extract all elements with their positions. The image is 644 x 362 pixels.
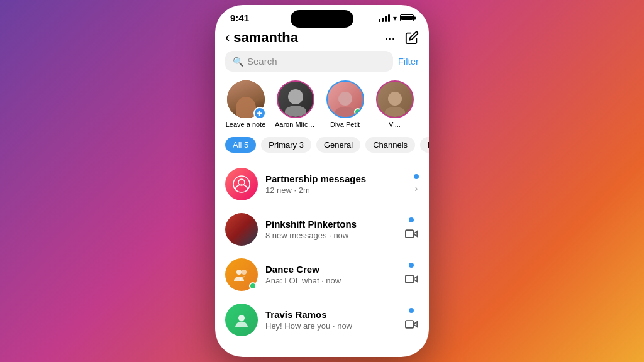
message-item-travis[interactable]: Travis Ramos Hey! How are you · now (215, 297, 429, 343)
unread-dot (414, 174, 419, 179)
partnership-name: Partnership messages (265, 173, 406, 184)
story-item-aaron[interactable]: Aaron Mitchell (275, 80, 316, 128)
dance-online-dot (249, 282, 257, 290)
story-item-self[interactable]: + Leave a note (225, 80, 266, 128)
tab-general[interactable]: General (316, 137, 360, 153)
status-bar: 9:41 ▾ (215, 5, 429, 27)
partnership-right: › (414, 174, 419, 194)
message-list: Partnership messages 12 new · 2m › Pinks… (215, 162, 429, 343)
svg-rect-7 (406, 321, 414, 328)
header-icons: ··· (384, 31, 419, 45)
partnership-preview: 12 new · 2m (265, 185, 406, 195)
vi-name: Vi... (389, 121, 401, 128)
status-time: 9:41 (230, 13, 249, 23)
add-story-button[interactable]: + (253, 107, 266, 119)
svg-rect-5 (406, 275, 414, 283)
dynamic-island (291, 10, 353, 28)
wifi-icon: ▾ (393, 14, 397, 23)
travis-preview: Hey! How are you · now (265, 321, 396, 331)
unread-dot-dance (409, 263, 414, 268)
dance-crew-name: Dance Crew (265, 264, 396, 275)
tab-all[interactable]: All 5 (225, 137, 256, 153)
filter-button[interactable]: Filter (398, 56, 419, 67)
battery-icon (400, 14, 414, 21)
search-input-wrap[interactable]: 🔍 Search (225, 51, 393, 72)
chevron-right-icon: › (414, 183, 418, 194)
message-item-partnership[interactable]: Partnership messages 12 new · 2m › (215, 162, 429, 207)
username: samantha (233, 30, 384, 46)
story-item-diva[interactable]: Diva Petit (325, 80, 365, 128)
online-indicator (354, 108, 362, 116)
message-item-dance-crew[interactable]: Dance Crew Ana: LOL what · now (215, 252, 429, 297)
svg-point-4 (242, 270, 247, 275)
header: ‹ samantha ··· (215, 27, 429, 51)
tab-requests[interactable]: Requ... (420, 137, 429, 153)
travis-avatar (225, 304, 258, 336)
dance-crew-content: Dance Crew Ana: LOL what · now (265, 264, 396, 285)
status-icons: ▾ (379, 14, 414, 23)
svg-rect-2 (406, 230, 414, 238)
tab-primary[interactable]: Primary 3 (261, 137, 311, 153)
svg-point-6 (238, 315, 245, 321)
search-bar: 🔍 Search Filter (215, 51, 429, 72)
unread-dot-travis (409, 308, 414, 313)
story-leave-note-label: Leave a note (226, 121, 266, 128)
search-icon: 🔍 (233, 57, 243, 67)
stories-row: + Leave a note Aaron Mitchell (215, 80, 429, 128)
partnership-icon (233, 175, 250, 193)
compose-button[interactable] (405, 31, 419, 45)
dance-crew-preview: Ana: LOL what · now (265, 276, 396, 285)
diva-name: Diva Petit (330, 121, 360, 128)
dance-crew-right (404, 263, 419, 287)
camera-icon-travis (404, 317, 419, 332)
dance-crew-avatar (225, 258, 258, 291)
dance-crew-icon (233, 266, 250, 283)
diva-avatar (326, 80, 364, 118)
back-button[interactable]: ‹ (225, 30, 230, 46)
travis-icon (233, 311, 250, 329)
aaron-avatar (277, 80, 314, 118)
pinkshift-avatar (225, 213, 258, 246)
pinkshift-preview: 8 new messages · now (265, 231, 396, 240)
pinkshift-content: Pinkshift Pinkertons 8 new messages · no… (265, 219, 396, 240)
camera-icon-pinkshift (404, 226, 419, 241)
vi-avatar (376, 80, 414, 118)
pinkshift-name: Pinkshift Pinkertons (265, 219, 396, 229)
phone-frame: 9:41 ▾ ‹ samantha ··· (215, 5, 429, 357)
aaron-name: Aaron Mitchell (275, 121, 316, 128)
signal-icon (379, 14, 390, 22)
filter-tabs: All 5 Primary 3 General Channels Requ... (215, 137, 429, 153)
pinkshift-right (404, 217, 419, 241)
unread-dot-pinkshift (409, 217, 414, 222)
camera-icon-dance (404, 272, 419, 287)
travis-name: Travis Ramos (265, 309, 396, 320)
more-options-button[interactable]: ··· (384, 31, 395, 45)
message-item-pinkshift[interactable]: Pinkshift Pinkertons 8 new messages · no… (215, 207, 429, 252)
self-avatar: + (227, 80, 265, 118)
svg-point-0 (233, 176, 250, 192)
travis-right (404, 308, 419, 332)
story-item-vi[interactable]: Vi... (374, 80, 415, 128)
travis-content: Travis Ramos Hey! How are you · now (265, 309, 396, 331)
partnership-avatar (225, 168, 258, 200)
partnership-content: Partnership messages 12 new · 2m (265, 173, 406, 195)
tab-channels[interactable]: Channels (365, 137, 415, 153)
svg-point-3 (236, 270, 242, 275)
search-input[interactable]: Search (247, 56, 277, 67)
